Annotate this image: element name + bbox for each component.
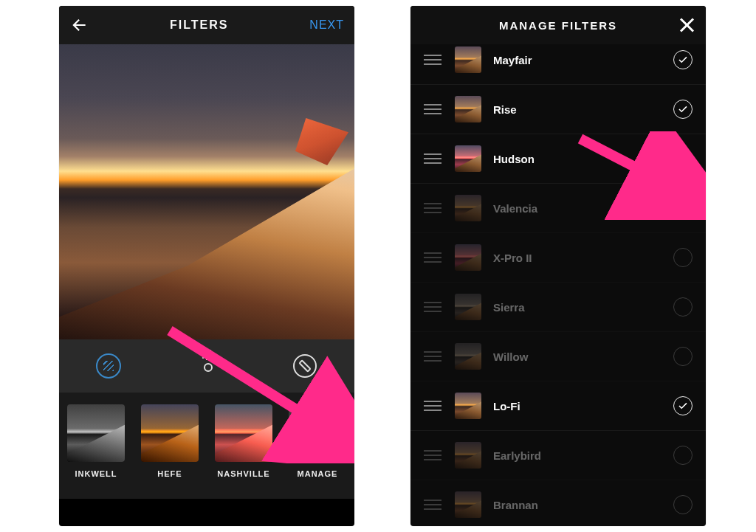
filter-hefe[interactable]: HEFE: [140, 404, 199, 478]
filter-name: Willow: [493, 350, 673, 363]
close-button[interactable]: [678, 16, 695, 34]
filter-name: Rise: [493, 103, 673, 116]
filter-row-earlybird[interactable]: Earlybird: [410, 431, 706, 480]
gear-icon: [289, 404, 346, 462]
filter-toggle[interactable]: [673, 446, 693, 465]
edit-tool-row: [59, 339, 354, 393]
check-icon: [678, 402, 687, 410]
filter-toggle[interactable]: [673, 396, 693, 415]
filter-thumbnail: [455, 244, 481, 271]
filter-toggle[interactable]: [673, 198, 693, 218]
drag-handle-icon[interactable]: [424, 401, 441, 411]
filter-name: Hudson: [493, 153, 673, 165]
drag-handle-icon[interactable]: [424, 153, 441, 164]
filter-inkwell[interactable]: INKWELL: [66, 404, 126, 478]
filters-screen: FILTERS NEXT: [59, 6, 354, 526]
filter-thumbnail: [455, 96, 481, 122]
filter-tab-icon: [96, 353, 121, 379]
drag-handle-icon[interactable]: [424, 55, 441, 65]
filter-toggle[interactable]: [673, 149, 693, 168]
filter-label: NASHVILLE: [214, 469, 273, 478]
wrench-icon: [293, 354, 317, 378]
check-icon: [678, 155, 687, 162]
check-icon: [678, 56, 687, 63]
photo-preview[interactable]: [59, 44, 354, 339]
filter-thumbnail: [455, 393, 481, 419]
filter-name: X-Pro II: [493, 252, 673, 264]
check-icon: [678, 106, 687, 113]
filter-row-willow[interactable]: Willow: [410, 332, 706, 381]
brightness-icon: [196, 356, 217, 376]
filter-row-sierra[interactable]: Sierra: [410, 283, 706, 332]
drag-handle-icon[interactable]: [424, 302, 441, 312]
drag-handle-icon[interactable]: [424, 500, 441, 510]
manage-filters-screen: MANAGE FILTERS MayfairRiseHudsonValencia…: [410, 6, 706, 526]
back-arrow-icon: [69, 15, 89, 35]
filter-toggle[interactable]: [673, 495, 693, 514]
filter-label: INKWELL: [66, 469, 126, 478]
filter-label: MANAGE: [288, 469, 347, 478]
drag-handle-icon[interactable]: [424, 104, 441, 114]
drag-handle-icon[interactable]: [424, 450, 441, 460]
filter-toggle[interactable]: [673, 297, 693, 317]
filter-name: Lo-Fi: [493, 400, 673, 412]
filter-manage[interactable]: MANAGE: [288, 404, 347, 478]
filter-toggle[interactable]: [673, 347, 693, 366]
filter-thumbnail: [455, 195, 481, 221]
top-bar: FILTERS NEXT: [59, 6, 354, 44]
filter-toggle[interactable]: [673, 248, 693, 267]
filter-thumbnail: [455, 442, 481, 469]
filter-thumbnail: [455, 46, 481, 73]
back-button[interactable]: [69, 15, 89, 35]
filter-strip[interactable]: INKWELL HEFE NASHVILLE MANAGE: [59, 393, 354, 499]
filter-name: Mayfair: [493, 54, 673, 66]
page-title: MANAGE FILTERS: [499, 19, 617, 32]
tools-tab[interactable]: [290, 351, 320, 381]
page-title: FILTERS: [170, 18, 228, 32]
drag-handle-icon[interactable]: [424, 203, 441, 213]
filter-thumbnail: [455, 343, 481, 370]
filter-row-rise[interactable]: Rise: [410, 85, 706, 134]
filter-row-hudson[interactable]: Hudson: [410, 134, 706, 184]
filter-thumbnail: [455, 145, 481, 172]
filter-name: Brannan: [493, 499, 673, 511]
filter-manage-list[interactable]: MayfairRiseHudsonValenciaX-Pro IISierraW…: [410, 35, 706, 526]
lux-tab[interactable]: [192, 351, 221, 381]
filter-name: Earlybird: [493, 449, 673, 462]
filter-row-lo-fi[interactable]: Lo-Fi: [410, 381, 706, 431]
filter-toggle[interactable]: [673, 100, 693, 119]
filter-thumbnail: [455, 491, 481, 518]
filter-name: Valencia: [493, 202, 673, 215]
filter-thumbnail: [455, 294, 481, 320]
filter-row-mayfair[interactable]: Mayfair: [410, 35, 706, 85]
next-button[interactable]: NEXT: [309, 18, 344, 32]
drag-handle-icon[interactable]: [424, 252, 441, 263]
filter-label: HEFE: [140, 469, 199, 478]
filter-row-brannan[interactable]: Brannan: [410, 480, 706, 526]
filter-row-x-pro-ii[interactable]: X-Pro II: [410, 233, 706, 283]
filter-toggle[interactable]: [673, 50, 693, 69]
filter-row-valencia[interactable]: Valencia: [410, 184, 706, 233]
drag-handle-icon[interactable]: [424, 351, 441, 362]
filter-tab[interactable]: [94, 351, 123, 381]
filter-name: Sierra: [493, 301, 673, 314]
filter-nashville[interactable]: NASHVILLE: [214, 404, 273, 478]
